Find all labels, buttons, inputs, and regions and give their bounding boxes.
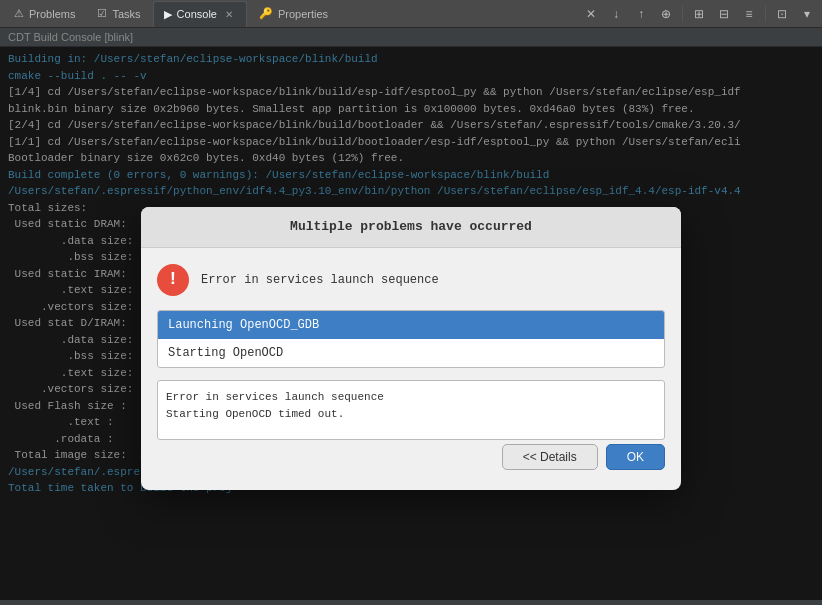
properties-icon: 🔑	[259, 7, 273, 20]
error-dialog: Multiple problems have occurred ! Error …	[141, 207, 681, 490]
ok-button[interactable]: OK	[606, 444, 665, 470]
tab-properties-label: Properties	[278, 8, 328, 20]
tab-tasks[interactable]: ☑ Tasks	[87, 1, 150, 27]
toolbar-separator-1	[682, 6, 683, 22]
toolbar-separator-2	[765, 6, 766, 22]
console-header-text: CDT Build Console [blink]	[8, 31, 133, 43]
tab-tasks-label: Tasks	[112, 8, 140, 20]
tab-console-label: Console	[177, 8, 217, 20]
tab-problems-label: Problems	[29, 8, 75, 20]
tab-properties[interactable]: 🔑 Properties	[249, 1, 338, 27]
details-line-2: Starting OpenOCD timed out.	[166, 406, 656, 424]
display-selected-button[interactable]: ⊟	[713, 3, 735, 25]
dialog-buttons: << Details OK	[157, 444, 665, 474]
problems-icon: ⚠	[14, 7, 24, 20]
tasks-icon: ☑	[97, 7, 107, 20]
dialog-list-item-0[interactable]: Launching OpenOCD_GDB	[158, 311, 664, 339]
toolbar-right: ✕ ↓ ↑ ⊕ ⊞ ⊟ ≡ ⊡ ▾	[580, 3, 818, 25]
console-icon: ▶	[164, 8, 172, 21]
dialog-error-row: ! Error in services launch sequence	[157, 264, 665, 296]
dialog-body: ! Error in services launch sequence Laun…	[141, 248, 681, 490]
dialog-details-area: Error in services launch sequence Starti…	[157, 380, 665, 440]
list-consoles-button[interactable]: ≡	[738, 3, 760, 25]
error-icon: !	[157, 264, 189, 296]
tab-console[interactable]: ▶ Console ✕	[153, 1, 247, 27]
details-button[interactable]: << Details	[502, 444, 598, 470]
dialog-overlay: Multiple problems have occurred ! Error …	[0, 47, 822, 600]
dialog-list-item-1[interactable]: Starting OpenOCD	[158, 339, 664, 367]
new-console-button[interactable]: ⊞	[688, 3, 710, 25]
word-wrap-button[interactable]: ⊡	[771, 3, 793, 25]
console-header: CDT Build Console [blink]	[0, 28, 822, 47]
console-tab-close[interactable]: ✕	[222, 8, 236, 21]
dialog-list: Launching OpenOCD_GDB Starting OpenOCD	[157, 310, 665, 368]
terminate-button[interactable]: ✕	[580, 3, 602, 25]
details-line-1: Error in services launch sequence	[166, 389, 656, 407]
view-menu-button[interactable]: ▾	[796, 3, 818, 25]
tab-problems[interactable]: ⚠ Problems	[4, 1, 85, 27]
dialog-title: Multiple problems have occurred	[141, 207, 681, 248]
console-content: Building in: /Users/stefan/eclipse-works…	[0, 47, 822, 600]
tab-bar: ⚠ Problems ☑ Tasks ▶ Console ✕ 🔑 Propert…	[0, 0, 822, 28]
pin-button[interactable]: ⊕	[655, 3, 677, 25]
dialog-error-text: Error in services launch sequence	[201, 271, 439, 289]
scroll-up-button[interactable]: ↑	[630, 3, 652, 25]
scroll-down-button[interactable]: ↓	[605, 3, 627, 25]
